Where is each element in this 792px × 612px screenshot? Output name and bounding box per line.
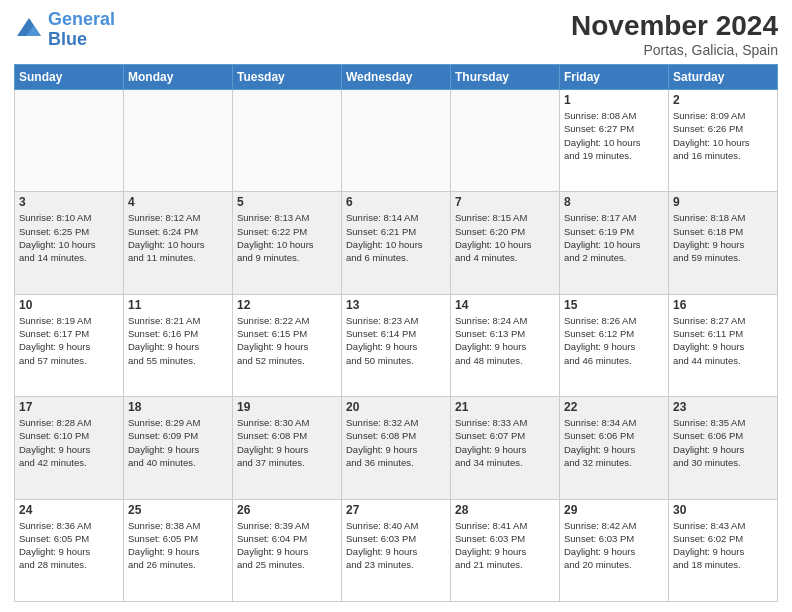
table-row [233,90,342,192]
table-row: 23Sunrise: 8:35 AM Sunset: 6:06 PM Dayli… [669,397,778,499]
table-row: 19Sunrise: 8:30 AM Sunset: 6:08 PM Dayli… [233,397,342,499]
day-info: Sunrise: 8:38 AM Sunset: 6:05 PM Dayligh… [128,519,228,572]
table-row: 18Sunrise: 8:29 AM Sunset: 6:09 PM Dayli… [124,397,233,499]
day-number: 6 [346,195,446,209]
day-number: 17 [19,400,119,414]
day-info: Sunrise: 8:21 AM Sunset: 6:16 PM Dayligh… [128,314,228,367]
page: General Blue November 2024 Portas, Galic… [0,0,792,612]
col-sunday: Sunday [15,65,124,90]
table-row: 10Sunrise: 8:19 AM Sunset: 6:17 PM Dayli… [15,294,124,396]
day-info: Sunrise: 8:34 AM Sunset: 6:06 PM Dayligh… [564,416,664,469]
day-number: 13 [346,298,446,312]
table-row: 30Sunrise: 8:43 AM Sunset: 6:02 PM Dayli… [669,499,778,601]
table-row [451,90,560,192]
calendar-table: Sunday Monday Tuesday Wednesday Thursday… [14,64,778,602]
table-row: 25Sunrise: 8:38 AM Sunset: 6:05 PM Dayli… [124,499,233,601]
day-number: 29 [564,503,664,517]
day-info: Sunrise: 8:28 AM Sunset: 6:10 PM Dayligh… [19,416,119,469]
day-info: Sunrise: 8:30 AM Sunset: 6:08 PM Dayligh… [237,416,337,469]
day-number: 16 [673,298,773,312]
day-number: 20 [346,400,446,414]
month-title: November 2024 [571,10,778,42]
day-number: 15 [564,298,664,312]
day-number: 30 [673,503,773,517]
day-info: Sunrise: 8:40 AM Sunset: 6:03 PM Dayligh… [346,519,446,572]
day-info: Sunrise: 8:09 AM Sunset: 6:26 PM Dayligh… [673,109,773,162]
logo-general: General [48,9,115,29]
day-number: 26 [237,503,337,517]
day-info: Sunrise: 8:12 AM Sunset: 6:24 PM Dayligh… [128,211,228,264]
logo: General Blue [14,10,115,50]
col-saturday: Saturday [669,65,778,90]
day-number: 12 [237,298,337,312]
calendar-week-row: 10Sunrise: 8:19 AM Sunset: 6:17 PM Dayli… [15,294,778,396]
day-number: 24 [19,503,119,517]
table-row: 15Sunrise: 8:26 AM Sunset: 6:12 PM Dayli… [560,294,669,396]
day-info: Sunrise: 8:32 AM Sunset: 6:08 PM Dayligh… [346,416,446,469]
day-info: Sunrise: 8:17 AM Sunset: 6:19 PM Dayligh… [564,211,664,264]
day-number: 7 [455,195,555,209]
col-thursday: Thursday [451,65,560,90]
day-info: Sunrise: 8:18 AM Sunset: 6:18 PM Dayligh… [673,211,773,264]
table-row: 20Sunrise: 8:32 AM Sunset: 6:08 PM Dayli… [342,397,451,499]
table-row: 24Sunrise: 8:36 AM Sunset: 6:05 PM Dayli… [15,499,124,601]
table-row: 8Sunrise: 8:17 AM Sunset: 6:19 PM Daylig… [560,192,669,294]
day-info: Sunrise: 8:19 AM Sunset: 6:17 PM Dayligh… [19,314,119,367]
table-row: 27Sunrise: 8:40 AM Sunset: 6:03 PM Dayli… [342,499,451,601]
day-info: Sunrise: 8:14 AM Sunset: 6:21 PM Dayligh… [346,211,446,264]
day-info: Sunrise: 8:15 AM Sunset: 6:20 PM Dayligh… [455,211,555,264]
day-info: Sunrise: 8:13 AM Sunset: 6:22 PM Dayligh… [237,211,337,264]
header: General Blue November 2024 Portas, Galic… [14,10,778,58]
day-info: Sunrise: 8:10 AM Sunset: 6:25 PM Dayligh… [19,211,119,264]
day-number: 2 [673,93,773,107]
day-info: Sunrise: 8:39 AM Sunset: 6:04 PM Dayligh… [237,519,337,572]
table-row: 4Sunrise: 8:12 AM Sunset: 6:24 PM Daylig… [124,192,233,294]
day-info: Sunrise: 8:22 AM Sunset: 6:15 PM Dayligh… [237,314,337,367]
day-number: 23 [673,400,773,414]
day-number: 9 [673,195,773,209]
logo-text: General Blue [48,10,115,50]
col-tuesday: Tuesday [233,65,342,90]
day-info: Sunrise: 8:24 AM Sunset: 6:13 PM Dayligh… [455,314,555,367]
day-number: 8 [564,195,664,209]
table-row: 26Sunrise: 8:39 AM Sunset: 6:04 PM Dayli… [233,499,342,601]
table-row: 1Sunrise: 8:08 AM Sunset: 6:27 PM Daylig… [560,90,669,192]
title-area: November 2024 Portas, Galicia, Spain [571,10,778,58]
day-number: 22 [564,400,664,414]
day-info: Sunrise: 8:41 AM Sunset: 6:03 PM Dayligh… [455,519,555,572]
table-row: 14Sunrise: 8:24 AM Sunset: 6:13 PM Dayli… [451,294,560,396]
col-friday: Friday [560,65,669,90]
calendar-week-row: 17Sunrise: 8:28 AM Sunset: 6:10 PM Dayli… [15,397,778,499]
table-row: 13Sunrise: 8:23 AM Sunset: 6:14 PM Dayli… [342,294,451,396]
day-info: Sunrise: 8:43 AM Sunset: 6:02 PM Dayligh… [673,519,773,572]
calendar-week-row: 24Sunrise: 8:36 AM Sunset: 6:05 PM Dayli… [15,499,778,601]
day-info: Sunrise: 8:23 AM Sunset: 6:14 PM Dayligh… [346,314,446,367]
table-row: 21Sunrise: 8:33 AM Sunset: 6:07 PM Dayli… [451,397,560,499]
table-row: 3Sunrise: 8:10 AM Sunset: 6:25 PM Daylig… [15,192,124,294]
day-info: Sunrise: 8:08 AM Sunset: 6:27 PM Dayligh… [564,109,664,162]
table-row: 28Sunrise: 8:41 AM Sunset: 6:03 PM Dayli… [451,499,560,601]
day-number: 4 [128,195,228,209]
table-row: 9Sunrise: 8:18 AM Sunset: 6:18 PM Daylig… [669,192,778,294]
day-number: 14 [455,298,555,312]
day-number: 3 [19,195,119,209]
table-row: 2Sunrise: 8:09 AM Sunset: 6:26 PM Daylig… [669,90,778,192]
table-row: 29Sunrise: 8:42 AM Sunset: 6:03 PM Dayli… [560,499,669,601]
table-row [15,90,124,192]
table-row: 5Sunrise: 8:13 AM Sunset: 6:22 PM Daylig… [233,192,342,294]
table-row: 17Sunrise: 8:28 AM Sunset: 6:10 PM Dayli… [15,397,124,499]
day-number: 25 [128,503,228,517]
day-number: 5 [237,195,337,209]
day-info: Sunrise: 8:35 AM Sunset: 6:06 PM Dayligh… [673,416,773,469]
day-number: 11 [128,298,228,312]
calendar-week-row: 3Sunrise: 8:10 AM Sunset: 6:25 PM Daylig… [15,192,778,294]
calendar-week-row: 1Sunrise: 8:08 AM Sunset: 6:27 PM Daylig… [15,90,778,192]
day-number: 1 [564,93,664,107]
logo-icon [14,15,44,45]
calendar-header-row: Sunday Monday Tuesday Wednesday Thursday… [15,65,778,90]
day-info: Sunrise: 8:33 AM Sunset: 6:07 PM Dayligh… [455,416,555,469]
table-row: 16Sunrise: 8:27 AM Sunset: 6:11 PM Dayli… [669,294,778,396]
table-row: 6Sunrise: 8:14 AM Sunset: 6:21 PM Daylig… [342,192,451,294]
day-number: 21 [455,400,555,414]
table-row: 22Sunrise: 8:34 AM Sunset: 6:06 PM Dayli… [560,397,669,499]
